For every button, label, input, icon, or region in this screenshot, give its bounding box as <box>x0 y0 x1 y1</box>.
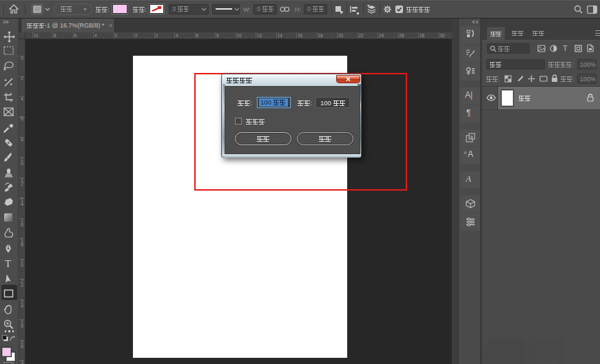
svg-text:a: a <box>470 134 473 139</box>
